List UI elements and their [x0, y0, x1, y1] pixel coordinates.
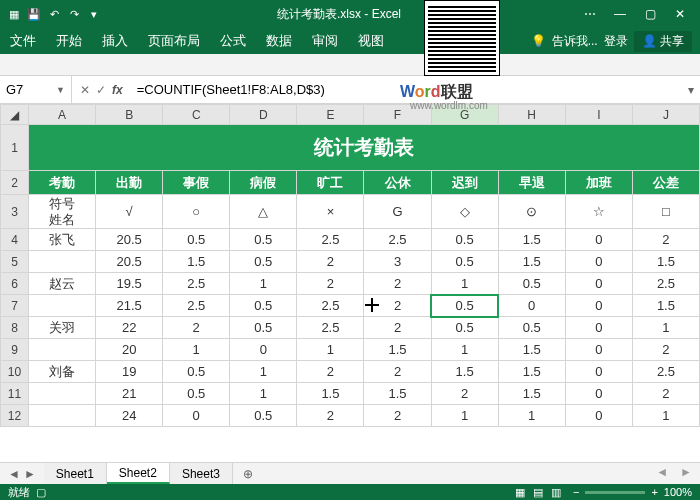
data-cell[interactable]: 1.5: [632, 251, 699, 273]
col-F[interactable]: F: [364, 105, 431, 125]
sheet-nav-prev-icon[interactable]: ◄: [8, 467, 20, 481]
sheet-nav-next-icon[interactable]: ►: [24, 467, 36, 481]
maximize-button[interactable]: ▢: [636, 4, 664, 24]
macro-record-icon[interactable]: ▢: [36, 486, 46, 499]
zoom-in-icon[interactable]: +: [651, 486, 657, 498]
data-cell[interactable]: 0: [163, 405, 230, 427]
data-cell[interactable]: 1.5: [498, 339, 565, 361]
qat-more-icon[interactable]: ▾: [86, 6, 102, 22]
sheet-tab[interactable]: Sheet1: [44, 463, 107, 484]
data-cell[interactable]: 1.5: [498, 383, 565, 405]
col-B[interactable]: B: [96, 105, 163, 125]
add-sheet-button[interactable]: ⊕: [233, 467, 263, 481]
data-cell[interactable]: 0.5: [498, 273, 565, 295]
data-cell[interactable]: 0.5: [163, 383, 230, 405]
tab-review[interactable]: 审阅: [302, 28, 348, 54]
hdr-cell[interactable]: 出勤: [96, 171, 163, 195]
data-cell[interactable]: 0: [565, 339, 632, 361]
fx-icon[interactable]: fx: [112, 83, 123, 97]
data-cell[interactable]: 2.5: [297, 295, 364, 317]
data-cell[interactable]: 2.5: [297, 317, 364, 339]
data-cell[interactable]: 21: [96, 383, 163, 405]
hdr-cell[interactable]: 加班: [565, 171, 632, 195]
data-cell[interactable]: 1: [498, 405, 565, 427]
zoom-level[interactable]: 100%: [664, 486, 692, 498]
data-cell[interactable]: 2.5: [297, 229, 364, 251]
page-break-view-icon[interactable]: ▥: [551, 486, 561, 499]
data-cell[interactable]: 1: [230, 383, 297, 405]
data-cell[interactable]: 1.5: [163, 251, 230, 273]
data-cell[interactable]: 0: [498, 295, 565, 317]
col-H[interactable]: H: [498, 105, 565, 125]
data-cell[interactable]: 2: [297, 405, 364, 427]
data-cell[interactable]: 0.5: [163, 229, 230, 251]
data-cell[interactable]: 24: [96, 405, 163, 427]
row-hdr[interactable]: 1: [1, 125, 29, 171]
data-cell[interactable]: 2.5: [163, 273, 230, 295]
data-cell[interactable]: 20.5: [96, 251, 163, 273]
col-E[interactable]: E: [297, 105, 364, 125]
sym-cell[interactable]: ☆: [565, 195, 632, 229]
data-cell[interactable]: 1.5: [364, 339, 431, 361]
data-cell[interactable]: 19.5: [96, 273, 163, 295]
data-cell[interactable]: 0.5: [498, 317, 565, 339]
sym-cell[interactable]: √: [96, 195, 163, 229]
hdr-cell[interactable]: 公差: [632, 171, 699, 195]
name-cell[interactable]: [29, 405, 96, 427]
row-hdr[interactable]: 12: [1, 405, 29, 427]
data-cell[interactable]: 1.5: [498, 229, 565, 251]
hdr-cell[interactable]: 考勤: [29, 171, 96, 195]
data-cell[interactable]: 1.5: [632, 295, 699, 317]
col-C[interactable]: C: [163, 105, 230, 125]
row-hdr[interactable]: 3: [1, 195, 29, 229]
row-hdr[interactable]: 2: [1, 171, 29, 195]
hdr-cell[interactable]: 早退: [498, 171, 565, 195]
data-cell[interactable]: 0: [565, 273, 632, 295]
sheet-tab[interactable]: Sheet2: [107, 463, 170, 484]
data-cell[interactable]: 1: [163, 339, 230, 361]
data-cell[interactable]: 22: [96, 317, 163, 339]
data-cell[interactable]: 0: [565, 317, 632, 339]
data-cell[interactable]: 0: [565, 229, 632, 251]
row-hdr[interactable]: 9: [1, 339, 29, 361]
data-cell[interactable]: 0: [565, 295, 632, 317]
data-cell[interactable]: 2: [364, 295, 431, 317]
data-cell[interactable]: 2: [431, 383, 498, 405]
close-button[interactable]: ✕: [666, 4, 694, 24]
data-cell[interactable]: 2: [632, 229, 699, 251]
redo-icon[interactable]: ↷: [66, 6, 82, 22]
data-cell[interactable]: 20: [96, 339, 163, 361]
data-cell[interactable]: 1: [431, 339, 498, 361]
data-cell[interactable]: 2: [364, 405, 431, 427]
data-cell[interactable]: 0.5: [230, 251, 297, 273]
data-cell[interactable]: 2: [364, 361, 431, 383]
data-cell[interactable]: 1.5: [431, 361, 498, 383]
data-cell[interactable]: 0.5: [230, 317, 297, 339]
data-cell[interactable]: 1.5: [364, 383, 431, 405]
sym-cell[interactable]: □: [632, 195, 699, 229]
data-cell[interactable]: 0.5: [431, 317, 498, 339]
tell-me[interactable]: 告诉我...: [552, 33, 598, 50]
normal-view-icon[interactable]: ▦: [515, 486, 525, 499]
data-cell[interactable]: 3: [364, 251, 431, 273]
select-all-corner[interactable]: ◢: [1, 105, 29, 125]
data-cell[interactable]: 1: [632, 317, 699, 339]
name-cell[interactable]: 张飞: [29, 229, 96, 251]
data-cell[interactable]: 2.5: [632, 273, 699, 295]
name-cell[interactable]: [29, 383, 96, 405]
data-cell[interactable]: 1: [632, 405, 699, 427]
data-cell[interactable]: 0.5: [431, 229, 498, 251]
data-cell[interactable]: 2: [297, 361, 364, 383]
name-cell[interactable]: [29, 251, 96, 273]
data-cell[interactable]: 0: [565, 383, 632, 405]
tab-file[interactable]: 文件: [0, 28, 46, 54]
row-hdr[interactable]: 5: [1, 251, 29, 273]
data-cell[interactable]: 0.5: [230, 229, 297, 251]
sheet-tab[interactable]: Sheet3: [170, 463, 233, 484]
name-cell[interactable]: [29, 295, 96, 317]
zoom-out-icon[interactable]: −: [573, 486, 579, 498]
cancel-formula-icon[interactable]: ✕: [80, 83, 90, 97]
data-cell[interactable]: 1.5: [498, 251, 565, 273]
save-icon[interactable]: 💾: [26, 6, 42, 22]
data-cell[interactable]: 2: [632, 339, 699, 361]
